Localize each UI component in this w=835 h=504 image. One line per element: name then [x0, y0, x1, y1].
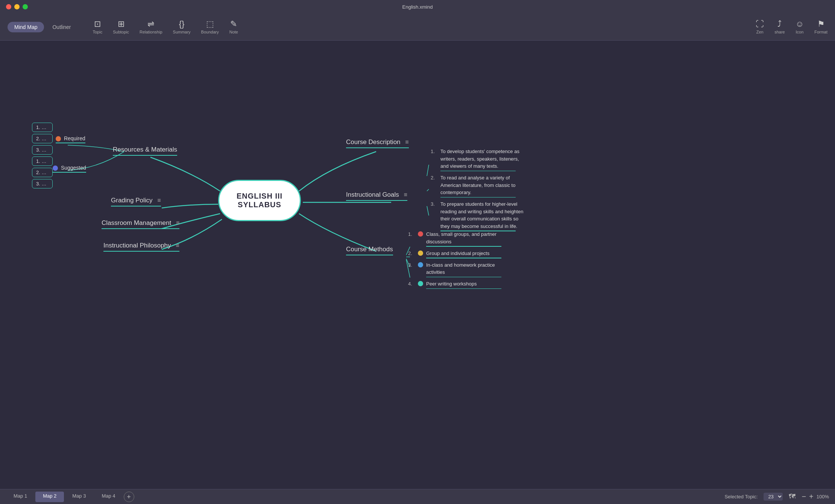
map-tab-2[interactable]: Map 2 — [35, 492, 64, 502]
add-tab-button[interactable]: + — [124, 492, 134, 502]
canvas: ENGLISH III SYLLABUS Course Description … — [0, 41, 835, 489]
share-tool[interactable]: ⤴ share — [774, 20, 785, 34]
required-item-3: 3. … — [32, 145, 53, 155]
map-tab-1[interactable]: Map 1 — [6, 492, 35, 502]
zoom-out-button[interactable]: − — [802, 492, 806, 501]
suggested-icon — [53, 165, 58, 171]
required-icon — [56, 136, 61, 141]
topic-icon: ⊡ — [94, 20, 101, 28]
suggested-item-2: 2. … — [32, 168, 53, 177]
course-methods-details: 1. Class, small groups, and partner disc… — [408, 231, 506, 292]
map-tab-3[interactable]: Map 3 — [65, 492, 93, 502]
zoom-in-button[interactable]: + — [809, 492, 814, 501]
required-item-2: 2. … — [32, 134, 53, 143]
summary-tool[interactable]: {} Summary — [173, 20, 191, 34]
central-line1: ENGLISH III — [237, 192, 282, 200]
zen-tool[interactable]: ⛶ Zen — [756, 20, 764, 34]
topic-label: Topic — [93, 30, 103, 34]
suggested-item-3: 3. … — [32, 179, 53, 188]
relationship-label: Relationship — [140, 30, 162, 34]
view-tabs: Mind Map Outliner — [8, 22, 78, 32]
instructional-goals-node[interactable]: Instructional Goals ≡ — [346, 191, 407, 201]
map-tab-4[interactable]: Map 4 — [94, 492, 123, 502]
method-item-1: 1. Class, small groups, and partner disc… — [408, 231, 506, 247]
minimize-button[interactable] — [14, 4, 20, 9]
grading-policy-underline — [111, 206, 161, 206]
method-line-2 — [426, 258, 501, 258]
required-label: Required — [64, 135, 85, 141]
goal-item-2: 2. To read and analyse a variety of Amer… — [431, 174, 528, 197]
subtopic-tool[interactable]: ⊞ Subtopic — [113, 20, 129, 34]
toolbar: Mind Map Outliner ⊡ Topic ⊞ Subtopic ⇌ R… — [0, 14, 835, 41]
method-text-3: In-class and homework practice activitie… — [426, 262, 495, 275]
method-item-2: 2. Group and individual projects — [408, 250, 506, 258]
goal-item-1: 1. To develop students' competence as wr… — [431, 148, 528, 171]
zen-icon: ⛶ — [756, 20, 764, 28]
required-underline — [56, 143, 85, 143]
note-tool[interactable]: ✎ Note — [229, 20, 238, 34]
maximize-button[interactable] — [23, 4, 28, 9]
zoom-controls: − + 100% — [802, 492, 829, 501]
subtopic-icon: ⊞ — [118, 20, 124, 28]
classroom-management-node[interactable]: Classroom Management ≡ — [102, 219, 179, 229]
zen-label: Zen — [756, 30, 764, 34]
suggested-underline — [53, 172, 86, 173]
window-title: English.xmind — [402, 4, 433, 10]
classroom-management-underline — [102, 228, 179, 229]
grading-policy-node[interactable]: Grading Policy ≡ — [111, 197, 161, 206]
course-description-label: Course Description — [346, 138, 401, 146]
course-methods-underline — [346, 255, 393, 255]
method-icon-3 — [418, 262, 423, 267]
subtopic-label: Subtopic — [113, 30, 129, 34]
instructional-goals-details: 1. To develop students' competence as wr… — [431, 148, 528, 234]
topic-tool[interactable]: ⊡ Topic — [93, 20, 103, 34]
map-icon: 🗺 — [789, 493, 796, 501]
method-icon-2 — [418, 250, 423, 256]
instructional-goals-label: Instructional Goals — [346, 191, 399, 198]
close-button[interactable] — [6, 4, 11, 9]
method-item-3: 3. In-class and homework practice activi… — [408, 261, 506, 278]
course-description-node[interactable]: Course Description ≡ — [346, 138, 409, 148]
instructional-philosophy-label: Instructional Philosophy — [103, 242, 171, 249]
resources-materials-node[interactable]: Resources & Materials — [113, 146, 177, 156]
icon-tool-icon: ☺ — [796, 20, 804, 28]
note-label: Note — [229, 30, 238, 34]
map-tabs: Map 1 Map 2 Map 3 Map 4 + — [6, 492, 724, 502]
titlebar: English.xmind — [0, 0, 835, 14]
method-item-4: 4. Peer writing workshops — [408, 280, 506, 289]
statusbar: Map 1 Map 2 Map 3 Map 4 + Selected Topic… — [0, 489, 835, 504]
method-icon-4 — [418, 281, 423, 286]
classroom-management-icon: ≡ — [176, 220, 179, 226]
format-label: Format — [814, 30, 827, 34]
format-tool[interactable]: ⚑ Format — [814, 20, 827, 34]
zoom-level: 100% — [817, 494, 829, 499]
goal-text-1: To develop students' competence as write… — [440, 149, 519, 169]
classroom-management-label: Classroom Management — [102, 219, 171, 226]
selected-topic-label: Selected Topic: — [724, 494, 758, 499]
method-line-1 — [426, 246, 501, 247]
method-text-1: Class, small groups, and partner discuss… — [426, 231, 496, 244]
suggested-label: Suggested — [61, 165, 86, 171]
instructional-philosophy-node[interactable]: Instructional Philosophy ≡ — [103, 242, 179, 252]
relationship-icon: ⇌ — [147, 20, 154, 28]
suggested-sub-node[interactable]: Suggested — [53, 165, 86, 173]
method-icon-1 — [418, 231, 423, 237]
goal-line-2 — [440, 197, 516, 198]
icon-tool-label: Icon — [796, 30, 804, 34]
instructional-goals-underline — [346, 200, 407, 201]
outliner-tab[interactable]: Outliner — [46, 22, 77, 32]
method-text-2: Group and individual projects — [426, 250, 489, 256]
mindmap-tab[interactable]: Mind Map — [8, 22, 44, 32]
boundary-label: Boundary — [201, 30, 219, 34]
course-methods-node[interactable]: Course Methods — [346, 246, 393, 255]
relationship-tool[interactable]: ⇌ Relationship — [140, 20, 162, 34]
central-node[interactable]: ENGLISH III SYLLABUS — [218, 180, 301, 221]
toolbar-right: ⛶ Zen ⤴ share ☺ Icon ⚑ Format — [756, 20, 827, 34]
course-description-icon: ≡ — [405, 139, 408, 145]
icon-tool[interactable]: ☺ Icon — [796, 20, 804, 34]
instructional-philosophy-underline — [103, 251, 179, 252]
selected-topic-select[interactable]: 23 — [764, 493, 783, 501]
course-methods-label: Course Methods — [346, 246, 393, 253]
boundary-tool[interactable]: ⬚ Boundary — [201, 20, 219, 34]
required-sub-node[interactable]: Required — [56, 135, 85, 143]
